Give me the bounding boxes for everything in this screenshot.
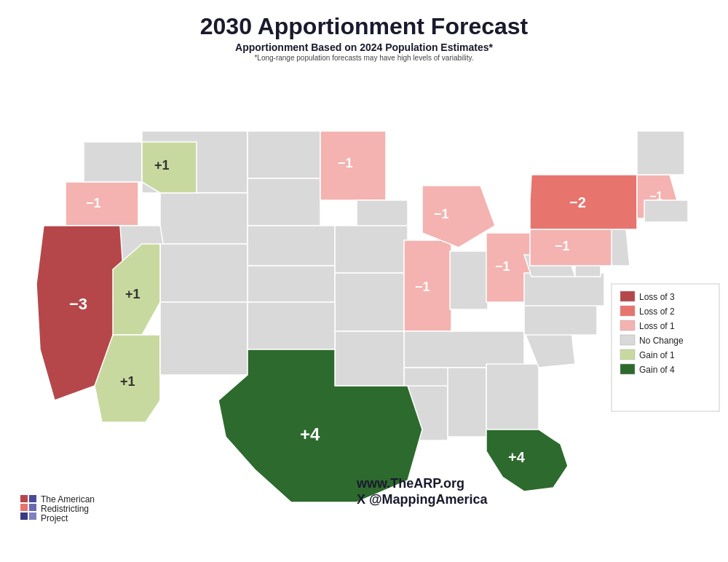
legend-loss1-label: Loss of 1: [639, 321, 675, 331]
state-minnesota: [320, 131, 386, 200]
michigan-label: −1: [434, 207, 449, 221]
legend-gain4-label: Gain of 4: [639, 365, 675, 375]
legend-loss2-box: [620, 306, 635, 316]
state-washington: [84, 142, 142, 182]
state-oregon: [66, 182, 138, 226]
arp-logo-sq6: [29, 512, 36, 520]
state-iowa: [335, 226, 408, 273]
utah-label: +1: [125, 287, 141, 301]
legend-loss2-label: Loss of 2: [639, 306, 675, 317]
sub-title: Apportionment Based on 2024 Population E…: [0, 41, 728, 53]
ohio-label: −1: [495, 259, 510, 274]
arp-logo-sq3: [20, 504, 28, 511]
sub-note: *Long-range population forecasts may hav…: [0, 54, 728, 62]
legend-gain1-box: [620, 349, 635, 360]
state-alabama: [448, 368, 486, 437]
attribution-line1: The American: [41, 494, 95, 504]
texas-label: +4: [300, 424, 320, 444]
legend-loss1-box: [620, 320, 635, 331]
state-massachusetts: [644, 200, 688, 222]
map-container: −3 −1 +1 +1 +1 −1 −1 −1 −1 −2 −1 −1 +4 +…: [0, 66, 728, 546]
arp-logo-sq1: [20, 495, 28, 502]
state-north-carolina: [524, 302, 597, 335]
legend-gain4-box: [620, 364, 635, 374]
state-colorado: [160, 244, 248, 302]
arp-logo-sq5: [20, 512, 28, 520]
arizona-label: +1: [120, 374, 135, 389]
florida-label: +4: [508, 449, 526, 465]
arp-logo-sq4: [29, 504, 36, 511]
title-section: 2030 Apportionment Forecast Apportionmen…: [0, 0, 728, 62]
connecticut-label: −1: [649, 190, 662, 202]
social-text: X @MappingAmerica: [357, 492, 488, 507]
legend-loss3-label: Loss of 3: [639, 292, 675, 302]
legend-gain1-label: Gain of 1: [639, 350, 675, 360]
state-georgia: [486, 364, 539, 430]
website-text: www.TheARP.org: [356, 476, 464, 491]
new-york-label: −2: [569, 194, 586, 210]
arp-logo-sq2: [29, 495, 36, 502]
pennsylvania-label: −1: [555, 239, 570, 253]
state-south-dakota: [248, 178, 320, 226]
attribution-line3: Project: [41, 513, 68, 523]
idaho-label: +1: [154, 158, 170, 173]
legend-box: [612, 284, 719, 411]
state-maine: [637, 131, 684, 175]
legend-nochange-box: [620, 335, 635, 345]
state-indiana: [450, 251, 488, 309]
state-kentucky: [404, 331, 524, 368]
state-north-dakota: [248, 131, 320, 178]
california-label: −3: [69, 295, 87, 313]
state-missouri: [335, 273, 411, 331]
attribution-line2: Redistricting: [41, 504, 89, 514]
state-nebraska: [248, 226, 335, 266]
state-pennsylvania: [530, 229, 612, 266]
us-map-svg: −3 −1 +1 +1 +1 −1 −1 −1 −1 −2 −1 −1 +4 +…: [0, 66, 728, 546]
state-kansas: [248, 266, 335, 302]
state-new-mexico: [160, 302, 248, 375]
legend-loss3-box: [620, 291, 635, 301]
main-title: 2030 Apportionment Forecast: [0, 13, 728, 40]
state-arkansas: [335, 331, 404, 386]
state-virginia: [524, 273, 604, 306]
state-wyoming: [160, 193, 248, 244]
illinois-label: −1: [415, 280, 430, 294]
minnesota-label: −1: [338, 156, 353, 170]
state-oklahoma: [248, 302, 335, 349]
legend-nochange-label: No Change: [639, 336, 684, 346]
oregon-label: −1: [86, 196, 101, 210]
